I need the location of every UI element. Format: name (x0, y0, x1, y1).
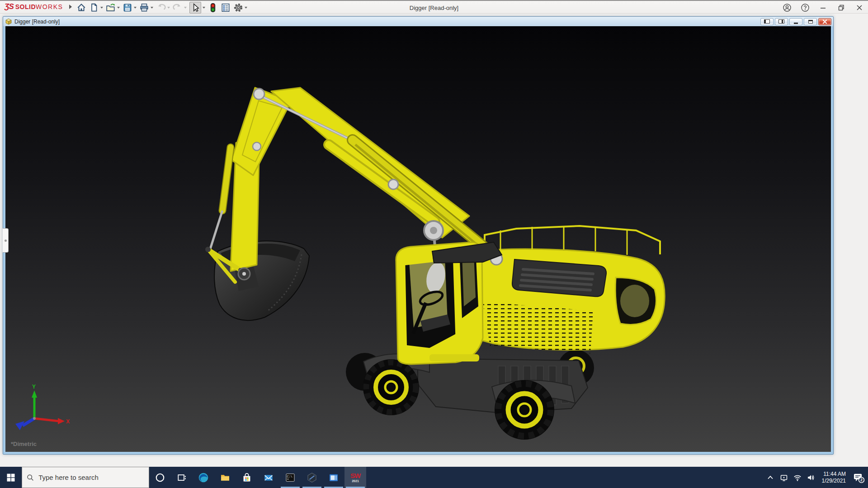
document-titlebar[interactable]: Digger [Read-only] (3, 17, 833, 26)
select-cursor-icon (190, 3, 200, 13)
x-axis-arrow (58, 418, 65, 424)
display-icon (779, 473, 788, 482)
tray-expand-button[interactable] (764, 469, 776, 487)
part-document-icon (5, 18, 12, 25)
undo-button[interactable] (156, 2, 170, 14)
taskbar-app-window[interactable] (323, 467, 344, 488)
clock-time: 11:44 AM (822, 471, 846, 478)
options-dropdown-caret[interactable] (245, 7, 247, 9)
search-icon (27, 474, 34, 482)
print-icon (139, 3, 149, 13)
chevron-up-icon (766, 473, 775, 482)
body-deck (476, 226, 665, 353)
undo-dropdown-caret[interactable] (167, 7, 170, 9)
select-button[interactable] (189, 1, 206, 14)
redo-dropdown-caret[interactable] (184, 7, 187, 9)
minimize-icon (819, 4, 827, 12)
tray-display-button[interactable] (778, 469, 790, 487)
taskbar-app-file-explorer[interactable] (214, 467, 236, 488)
select-dropdown-caret[interactable] (203, 7, 205, 9)
save-dropdown-caret[interactable] (134, 7, 137, 9)
cortana-button[interactable] (149, 467, 171, 488)
taskbar: C:\ SW 2021 11:44 AM 1/29/2021 2 (0, 467, 868, 488)
search-input[interactable] (38, 474, 144, 481)
undo-icon (156, 3, 166, 13)
doc-restore-button[interactable] (804, 18, 817, 25)
solidworks-year-label: 2021 (352, 479, 359, 483)
account-button[interactable] (782, 3, 792, 13)
viewport-3d[interactable]: Y X *Dimetric (5, 26, 831, 452)
front-wheel (363, 359, 419, 415)
open-button[interactable] (105, 2, 120, 14)
rear-wheel (495, 380, 554, 440)
document-window: Digger [Read-only] (3, 16, 834, 455)
notification-center-button[interactable]: 2 (851, 469, 866, 487)
taskbar-app-hexagon[interactable] (301, 467, 323, 488)
pane-right-button[interactable] (775, 18, 788, 25)
tray-volume-button[interactable] (805, 469, 817, 487)
app-titlebar: Digger [Read-only] ƷS SOLIDWORKS (0, 0, 868, 14)
taskbar-app-solidworks[interactable]: SW 2021 (344, 467, 366, 488)
open-dropdown-caret[interactable] (117, 7, 120, 9)
print-dropdown-caret[interactable] (151, 7, 153, 9)
restore-icon (837, 4, 845, 12)
help-icon (801, 3, 810, 12)
pane-right-icon (778, 19, 784, 23)
document-window-controls (760, 18, 831, 25)
cortana-icon (155, 473, 165, 483)
orientation-triad: Y X (14, 383, 72, 434)
pane-left-icon (764, 19, 770, 23)
pane-left-button[interactable] (760, 18, 774, 25)
new-document-icon (89, 3, 99, 13)
task-view-icon (177, 473, 187, 483)
close-icon (855, 4, 863, 12)
windows-start-icon (7, 474, 15, 482)
terminal-icon: C:\ (285, 472, 296, 483)
doc-minimize-icon (794, 23, 798, 24)
menu-flyout-arrow-icon[interactable] (69, 5, 72, 9)
close-button[interactable] (854, 3, 864, 13)
taskbar-app-mail[interactable] (258, 467, 279, 488)
doc-restore-icon (808, 20, 813, 23)
save-button[interactable] (122, 2, 137, 14)
file-properties-icon (221, 3, 231, 13)
featuremanager-collapse-handle[interactable] (3, 228, 9, 253)
taskbar-app-terminal[interactable]: C:\ (279, 467, 301, 488)
help-button[interactable] (800, 3, 810, 13)
redo-button[interactable] (172, 2, 187, 14)
options-button[interactable] (233, 2, 248, 14)
options-gear-icon (233, 3, 243, 13)
taskbar-app-store[interactable] (236, 467, 258, 488)
taskbar-app-edge[interactable] (193, 467, 214, 488)
excavator-model[interactable] (5, 26, 831, 452)
open-folder-icon (106, 3, 116, 13)
home-button[interactable] (76, 2, 87, 14)
hexagon-app-icon (307, 472, 317, 483)
new-document-button[interactable] (89, 2, 104, 14)
task-view-button[interactable] (171, 467, 193, 488)
file-properties-button[interactable] (220, 2, 231, 14)
tray-network-button[interactable] (792, 469, 803, 487)
doc-minimize-button[interactable] (789, 18, 802, 25)
print-button[interactable] (139, 2, 154, 14)
minimize-button[interactable] (818, 3, 828, 13)
edge-icon (198, 472, 209, 483)
titlebar-controls (782, 1, 864, 14)
taskbar-search[interactable] (22, 467, 149, 488)
document-title: Digger [Read-only] (14, 19, 60, 25)
wifi-icon (793, 473, 802, 482)
restore-button[interactable] (836, 3, 846, 13)
taskbar-clock[interactable]: 11:44 AM 1/29/2021 (819, 471, 849, 484)
new-dropdown-caret[interactable] (100, 7, 103, 9)
save-icon (123, 3, 132, 13)
brand-bold: SOLID (15, 3, 36, 10)
clock-date: 1/29/2021 (822, 478, 846, 484)
file-explorer-icon (220, 472, 231, 483)
rebuild-button[interactable] (208, 2, 218, 14)
x-axis-label: X (66, 418, 70, 425)
doc-close-button[interactable] (818, 18, 831, 25)
notification-count-badge: 2 (860, 478, 863, 482)
ds-logo-glyph: ƷS (5, 2, 14, 11)
start-button[interactable] (0, 467, 22, 488)
home-icon (76, 3, 86, 13)
